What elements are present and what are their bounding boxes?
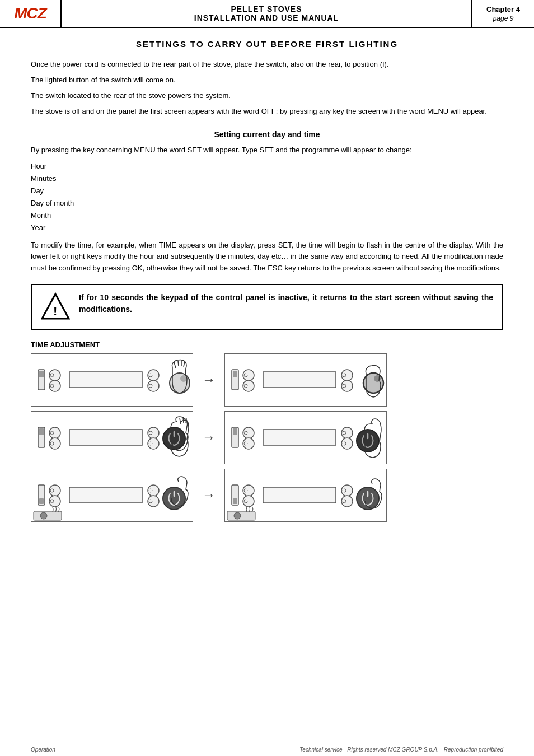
panel-diagram-3b	[224, 469, 387, 522]
svg-rect-65	[69, 487, 142, 503]
time-list: Hour Minutes Day Day of month Month Year	[31, 160, 503, 235]
warning-box: ! If for 10 seconds the keypad of the co…	[31, 284, 503, 330]
paragraph-2: The lighted button of the switch will co…	[31, 74, 503, 86]
svg-point-41	[148, 438, 159, 449]
chapter-info: Chapter 4 page 9	[472, 0, 534, 27]
list-item: Minutes	[31, 172, 503, 185]
list-item: Year	[31, 222, 503, 234]
svg-rect-25	[263, 372, 336, 388]
panel-diagram-2a	[31, 411, 193, 464]
footer-left: Operation	[31, 746, 55, 753]
svg-point-75	[243, 485, 254, 496]
panel-diagram-3a	[31, 469, 193, 522]
svg-point-77	[243, 496, 254, 507]
svg-text:!: !	[53, 304, 57, 318]
svg-rect-53	[263, 430, 336, 445]
chapter-label: Chapter 4	[486, 5, 520, 13]
svg-point-23	[243, 380, 254, 391]
svg-rect-71	[34, 511, 62, 520]
diagram-row-3: →	[31, 469, 503, 522]
svg-rect-8	[69, 372, 142, 388]
svg-line-16	[178, 361, 179, 366]
panel-diagram-2b	[224, 411, 387, 464]
list-item: Hour	[31, 160, 503, 172]
svg-rect-20	[233, 371, 237, 377]
mcz-logo: MCZ	[14, 4, 46, 22]
header-title-area: PELLET STOVES INSTALLATION AND USE MANUA…	[62, 0, 472, 27]
list-item: Day	[31, 185, 503, 197]
diagrams-container: →	[31, 353, 503, 522]
page-header: MCZ PELLET STOVES INSTALLATION AND USE M…	[0, 0, 534, 28]
paragraph-3: The switch located to the rear of the st…	[31, 90, 503, 101]
page-label: page 9	[493, 15, 514, 22]
svg-rect-38	[69, 430, 142, 445]
svg-point-26	[341, 370, 353, 381]
set-body-text: By pressing the key concerning MENU the …	[31, 144, 503, 156]
svg-line-15	[174, 362, 176, 368]
svg-line-44	[180, 418, 181, 424]
svg-point-54	[341, 427, 353, 438]
modify-body-text: To modify the time, for example, when TI…	[31, 240, 503, 273]
svg-point-82	[341, 496, 353, 507]
svg-point-11	[148, 380, 159, 391]
list-item: Month	[31, 209, 503, 222]
svg-point-36	[49, 438, 60, 449]
list-item: Day of month	[31, 197, 503, 209]
svg-point-21	[243, 370, 254, 381]
diagram-row-2: →	[31, 411, 503, 464]
paragraph-1: Once the power cord is connected to the …	[31, 59, 503, 70]
page-title: SETTINGS TO CARRY OUT BEFORE FIRST LIGHT…	[31, 39, 503, 49]
footer-right: Technical service - Rights reserved MCZ …	[299, 746, 503, 753]
svg-point-72	[40, 512, 47, 519]
svg-rect-33	[39, 428, 44, 435]
arrow-3: →	[198, 487, 220, 503]
svg-point-61	[49, 485, 60, 496]
diagram-row-1: →	[31, 353, 503, 407]
svg-point-58	[357, 430, 379, 452]
arrow-1a: →	[198, 372, 220, 388]
svg-rect-48	[233, 428, 237, 435]
panel-diagram-1a	[31, 353, 193, 407]
svg-rect-74	[233, 498, 237, 504]
svg-point-6	[49, 380, 60, 391]
svg-point-63	[49, 496, 60, 507]
svg-point-28	[341, 380, 353, 391]
svg-point-39	[148, 427, 159, 438]
svg-point-9	[148, 370, 159, 381]
svg-point-86	[234, 512, 241, 519]
svg-point-49	[243, 427, 254, 438]
svg-point-68	[148, 496, 159, 507]
svg-point-43	[163, 427, 185, 450]
panel-diagram-1b	[224, 353, 387, 407]
warning-text: If for 10 seconds the keypad of the cont…	[79, 292, 493, 316]
warning-icon: !	[41, 292, 70, 323]
arrow-2: →	[198, 430, 220, 445]
svg-point-80	[341, 485, 353, 496]
footer: Operation Technical service - Rights res…	[0, 743, 534, 756]
svg-rect-85	[227, 511, 255, 520]
svg-line-46	[186, 418, 186, 423]
svg-point-66	[148, 485, 159, 496]
time-adjustment-label: TIME ADJUSTMENT	[31, 340, 503, 349]
logo-area: MCZ	[0, 0, 62, 27]
svg-point-34	[49, 427, 60, 438]
svg-line-18	[184, 361, 185, 367]
title-sub: INSTALLATION AND USE MANUAL	[194, 13, 339, 22]
svg-point-51	[243, 438, 254, 449]
sub-heading-time: Setting current day and time	[31, 130, 503, 139]
svg-rect-79	[263, 487, 336, 503]
title-main: PELLET STOVES	[231, 4, 302, 13]
svg-point-70	[163, 487, 185, 510]
svg-rect-60	[39, 498, 44, 504]
svg-point-56	[341, 438, 353, 449]
main-content: SETTINGS TO CARRY OUT BEFORE FIRST LIGHT…	[0, 28, 534, 533]
svg-point-4	[49, 370, 60, 381]
paragraph-4: The stove is off and on the panel the fi…	[31, 106, 503, 117]
svg-rect-3	[39, 371, 44, 377]
